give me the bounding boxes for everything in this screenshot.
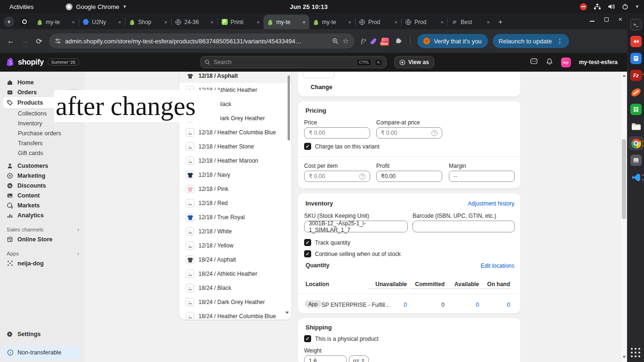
adjustment-history-link[interactable]: Adjustment history	[468, 200, 514, 207]
sidebar-item-marketing[interactable]: Marketing	[0, 171, 85, 181]
sidebar-item-gift-cards[interactable]: Gift cards	[0, 148, 85, 158]
sidebar-item-settings[interactable]: Settings	[0, 329, 85, 339]
variant-row-18-24-black[interactable]: 18/24 / Black	[179, 281, 291, 295]
variant-row-12-18-red[interactable]: 12/18 / Red	[179, 196, 291, 210]
tab-close-icon[interactable]: ×	[118, 19, 122, 25]
sidebar-item-analytics[interactable]: Analytics	[0, 210, 85, 220]
chevron-right-icon[interactable]: ›	[77, 250, 79, 257]
physical-product-checkbox[interactable]: This is a physical product	[304, 335, 379, 342]
non-transferable-banner[interactable]: Non-transferable	[2, 346, 81, 360]
activities-button[interactable]: Activities	[7, 2, 36, 11]
dock-item-text-editor[interactable]	[630, 87, 642, 98]
tab-close-icon[interactable]: ×	[348, 19, 352, 25]
dock-item-terminal[interactable]: >_	[630, 19, 642, 30]
back-button[interactable]: ←	[4, 37, 18, 45]
sidebar-item-neija-dog[interactable]: neija-dog	[0, 258, 85, 268]
change-image-button[interactable]: Change	[311, 84, 332, 90]
scroll-up-icon[interactable]	[622, 74, 626, 77]
do-not-disturb-icon[interactable]	[580, 3, 587, 10]
sku-input[interactable]: 3001B-12_-Asp25-1_i-1_SIMILAR_1_7	[304, 221, 408, 232]
app-menu[interactable]: Google Chrome ▼	[66, 3, 127, 10]
extension-feather-icon[interactable]	[370, 37, 377, 45]
weight-input[interactable]: 1.6	[304, 355, 347, 362]
variant-row-12-18-heather-stone[interactable]: 12/18 / Heather Stone	[179, 140, 291, 154]
variant-row-12-18-pink[interactable]: 12/18 / Pink	[179, 182, 291, 196]
checkbox-checked-icon[interactable]	[304, 250, 311, 257]
price-input[interactable]: ₹ 0.00	[304, 127, 370, 139]
available-value[interactable]: 0	[446, 302, 479, 308]
tab-best-9[interactable]: JFBest×	[448, 15, 494, 29]
site-info-icon[interactable]	[55, 38, 61, 44]
cost-input[interactable]: ₹ 0.00	[304, 171, 370, 182]
sidebar-item-markets[interactable]: $Markets	[0, 200, 85, 210]
tab-24-36-3[interactable]: 24-36×	[172, 15, 217, 29]
tab-close-icon[interactable]: ×	[394, 19, 398, 25]
col-available[interactable]: Available	[446, 281, 479, 289]
tab-prod-8[interactable]: Prod×	[402, 15, 447, 29]
dock-item-filezilla[interactable]: Fz	[630, 70, 642, 81]
weight-unit-select[interactable]: oz	[349, 355, 369, 362]
sidebar-item-online-store[interactable]: Online Store	[0, 234, 85, 244]
chevron-right-icon[interactable]: ›	[77, 226, 79, 233]
tab-printi-4[interactable]: PPrinti×	[218, 15, 264, 29]
tab-my-te-0[interactable]: my-te×	[33, 15, 79, 29]
reload-button[interactable]: ⟳	[32, 37, 46, 46]
pinned-tab-favicon[interactable]	[21, 18, 28, 25]
edit-locations-link[interactable]: Edit locations	[481, 263, 514, 269]
help-icon[interactable]	[431, 130, 438, 136]
tab-my-te-6[interactable]: my-te×	[309, 15, 355, 29]
dock-item-news-reader[interactable]	[630, 155, 642, 166]
bookmark-star-icon[interactable]: ☆	[343, 37, 349, 45]
on-hand-value[interactable]: 0	[480, 302, 510, 308]
compare-at-input[interactable]: ₹ 0.00	[376, 127, 442, 139]
variant-row-12-18-asphalt[interactable]: 12/18 / Asphalt	[179, 72, 291, 83]
sidebar-item-customers[interactable]: Customers	[0, 161, 85, 171]
dock-item-file-manager[interactable]	[630, 121, 642, 132]
url-text[interactable]: admin.shopify.com/store/my-test-esfera/p…	[65, 38, 328, 45]
maximize-button[interactable]	[604, 17, 609, 22]
tab-close-icon[interactable]: ×	[302, 19, 306, 25]
tab-my-te-5[interactable]: my-te×	[264, 15, 309, 29]
checkbox-checked-icon[interactable]	[304, 239, 311, 246]
browser-menu-icon[interactable]: ⋮	[556, 37, 563, 45]
col-committed[interactable]: Committed	[412, 281, 445, 289]
clock[interactable]: Jun 25 10:13	[290, 3, 328, 10]
close-window-button[interactable]: ×	[619, 16, 622, 23]
variant-row-12-18-true-royal[interactable]: 12/18 / True Royal	[179, 210, 291, 224]
tab-close-icon[interactable]: ×	[487, 19, 490, 25]
charge-tax-checkbox[interactable]: Charge tax on this variant	[304, 143, 380, 150]
variant-row-12-18-yellow[interactable]: 12/18 / Yellow	[179, 239, 291, 253]
scroll-down-icon[interactable]	[285, 312, 289, 314]
margin-input[interactable]: --	[449, 171, 515, 182]
network-icon[interactable]	[594, 3, 601, 10]
variant-row-12-18-heather-columbia-blue[interactable]: 12/18 / Heather Columbia Blue	[179, 125, 291, 140]
dock-item-media-player[interactable]	[630, 36, 642, 47]
variant-row-12-18-white[interactable]: 12/18 / White	[179, 224, 291, 239]
checkbox-checked-icon[interactable]	[304, 143, 311, 150]
tab-search-button[interactable]: ▼	[4, 16, 14, 27]
sidebar-item-purchase-orders[interactable]: Purchase orders	[0, 128, 85, 138]
track-quantity-checkbox[interactable]: Track quantity	[304, 239, 350, 246]
tab-prod-7[interactable]: Prod×	[355, 15, 401, 29]
sidekick-chat-icon[interactable]	[530, 58, 538, 67]
volume-icon[interactable]	[608, 3, 615, 10]
tab-close-icon[interactable]: ×	[256, 19, 260, 25]
new-tab-button[interactable]: +	[498, 17, 503, 25]
tab-close-icon[interactable]: ×	[72, 19, 75, 25]
dock-item-spreadsheet[interactable]	[630, 104, 642, 115]
unavailable-value[interactable]: 0	[369, 302, 407, 308]
variant-row-18-24-dark-grey-heather[interactable]: 18/24 / Dark Grey Heather	[179, 295, 291, 309]
col-on-hand[interactable]: On hand	[480, 281, 510, 289]
tab-close-icon[interactable]: ×	[164, 19, 168, 25]
shopify-logo[interactable]: shopify Summer '25	[6, 57, 79, 67]
sidebar-item-transfers[interactable]: Transfers	[0, 138, 85, 148]
variant-row-18-24-asphalt[interactable]: 18/24 / Asphalt	[179, 253, 291, 267]
variant-row-18-24-heather-columbia-blue[interactable]: 18/24 / Heather Columbia Blue	[179, 309, 291, 320]
tab-shop-2[interactable]: Shop×	[125, 15, 171, 29]
notifications-bell-icon[interactable]	[546, 58, 553, 67]
dock-item-vscode[interactable]	[630, 172, 642, 183]
help-icon[interactable]	[359, 173, 365, 180]
extensions-puzzle-icon[interactable]	[395, 37, 402, 46]
show-apps-grid-icon[interactable]	[631, 348, 641, 358]
scrollbar-thumb[interactable]	[622, 139, 626, 219]
